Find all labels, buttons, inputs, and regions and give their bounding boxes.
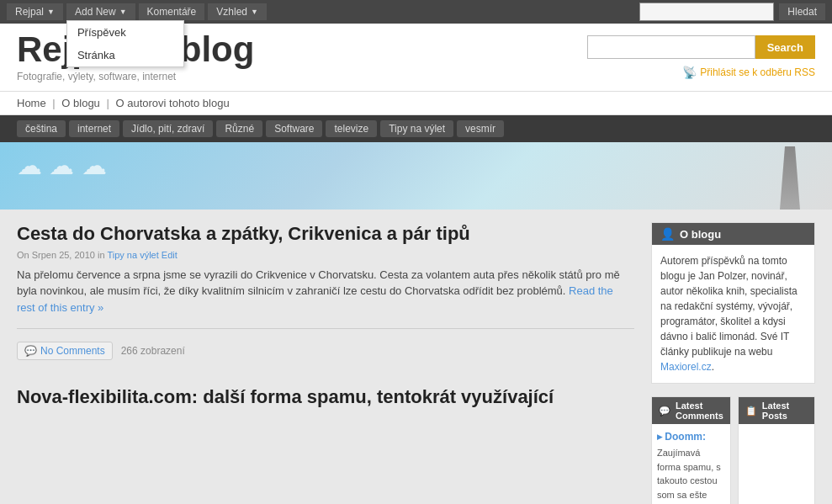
rss-link[interactable]: 📡 Přihlásit se k odběru RSS	[682, 66, 815, 79]
oblogu-widget-title: 👤 O blogu	[652, 223, 814, 245]
add-new-menu-button[interactable]: Add New ▼	[66, 3, 135, 20]
rejpal-menu-button[interactable]: Rejpal ▼	[7, 3, 63, 20]
admin-search-input[interactable]	[639, 3, 774, 21]
post-2: Nova-flexibilita.com: další forma spamu,…	[17, 385, 634, 410]
main-content: Cesta do Chorvatska a zpátky, Crikvenica…	[17, 222, 634, 504]
banner-clouds-decoration: ☁ ☁ ☁	[17, 151, 107, 180]
main-wrapper: Cesta do Chorvatska a zpátky, Crikvenica…	[0, 210, 832, 504]
admin-bar: Rejpal ▼ Add New ▼ Příspěvek Stránka Kom…	[0, 0, 832, 24]
post-1-comments-wrap: 💬 No Comments	[17, 342, 113, 360]
banner-tower-decoration	[765, 146, 815, 210]
post-2-title-link[interactable]: Nova-flexibilita.com: další forma spamu,…	[17, 386, 554, 407]
vzhled-menu-button[interactable]: Vzhled ▼	[208, 3, 267, 20]
post-1-title-link[interactable]: Cesta do Chorvatska a zpátky, Crikvenica…	[17, 223, 470, 244]
site-banner: ☁ ☁ ☁	[0, 142, 832, 210]
admin-search-area: Hledat	[639, 3, 825, 21]
site-subtitle: Fotografie, výlety, software, internet	[17, 71, 254, 82]
search-input[interactable]	[587, 35, 755, 59]
breadcrumb-home[interactable]: Home	[17, 97, 46, 109]
user-icon: 👤	[660, 227, 675, 241]
vzhled-arrow-icon: ▼	[251, 8, 258, 16]
cat-televize[interactable]: televize	[326, 120, 377, 137]
oblogu-title-label: O blogu	[680, 228, 721, 241]
category-bar: čeština internet Jídlo, pití, zdraví Růz…	[0, 115, 832, 142]
latest-comments-body: ▸ Doomm: Zaujímavá forma spamu, s takout…	[652, 424, 730, 504]
comment-author-0[interactable]: ▸ Doomm:	[657, 431, 706, 443]
komentare-menu-button[interactable]: Komentáře	[139, 3, 205, 20]
oblogu-widget: 👤 O blogu Autorem příspěvků na tomto blo…	[651, 222, 815, 384]
header-right: Search 📡 Přihlásit se k odběru RSS	[587, 35, 815, 79]
latest-posts-title: 📋 Latest Posts	[739, 397, 814, 424]
cat-vesmir[interactable]: vesmír	[457, 120, 504, 137]
rss-icon: 📡	[682, 66, 697, 79]
comment-item-0: ▸ Doomm: Zaujímavá forma spamu, s takout…	[657, 429, 725, 504]
add-stranka-link[interactable]: Stránka	[67, 44, 183, 66]
add-new-dropdown: Příspěvek Stránka	[66, 20, 184, 67]
latest-comments-title: 💬 Latest Comments	[652, 397, 730, 424]
admin-search-button[interactable]: Hledat	[779, 3, 825, 20]
cat-cestina[interactable]: čeština	[17, 120, 66, 137]
post-1-divider	[17, 328, 634, 329]
cat-tipy[interactable]: Tipy na výlet	[380, 120, 453, 137]
breadcrumb-sep1: |	[52, 97, 58, 109]
breadcrumb-oblogu[interactable]: O blogu	[61, 97, 100, 109]
post-1-no-comments[interactable]: No Comments	[40, 345, 105, 357]
posts-icon: 📋	[745, 406, 757, 416]
cat-internet[interactable]: internet	[69, 120, 119, 137]
post-1-category-link[interactable]: Tipy na výlet	[107, 250, 158, 260]
search-button[interactable]: Search	[755, 35, 815, 59]
oblogu-body: Autorem příspěvků na tomto blogu je Jan …	[652, 245, 814, 383]
breadcrumb-nav: Home | O blogu | O autorovi tohoto blogu	[0, 92, 832, 115]
latest-comments-widget: 💬 Latest Comments ▸ Doomm: Zaujímavá for…	[651, 396, 731, 504]
sidebar: 👤 O blogu Autorem příspěvků na tomto blo…	[651, 222, 815, 504]
cat-jidlo[interactable]: Jídlo, pití, zdraví	[123, 120, 213, 137]
post-1-footer: 💬 No Comments 266 zobrazení	[17, 342, 634, 360]
post-1-content: Na přelomu července a srpna jsme se vyra…	[17, 267, 634, 316]
rejpal-arrow-icon: ▼	[47, 8, 55, 16]
post-1-meta-text: On Srpen 25, 2010 in	[17, 250, 105, 260]
post-2-title: Nova-flexibilita.com: další forma spamu,…	[17, 385, 634, 410]
search-box: Search	[587, 35, 815, 59]
latest-posts-widget: 📋 Latest Posts	[738, 396, 815, 504]
comment-icon: 💬	[659, 406, 670, 416]
add-prispevek-link[interactable]: Příspěvek	[67, 21, 183, 44]
breadcrumb-sep2: |	[106, 97, 112, 109]
rss-label: Přihlásit se k odběru RSS	[700, 66, 815, 78]
add-new-arrow-icon: ▼	[119, 8, 127, 16]
two-col-widgets: 💬 Latest Comments ▸ Doomm: Zaujímavá for…	[651, 396, 815, 504]
latest-posts-body	[739, 424, 814, 434]
cat-software[interactable]: Software	[266, 120, 322, 137]
breadcrumb-oautorovi[interactable]: O autorovi tohoto blogu	[115, 97, 229, 109]
post-1-views: 266 zobrazení	[121, 345, 185, 357]
post-1-meta: On Srpen 25, 2010 in Tipy na výlet Edit	[17, 250, 634, 260]
post-1: Cesta do Chorvatska a zpátky, Crikvenica…	[17, 222, 634, 360]
maxiorel-link[interactable]: Maxiorel.cz	[660, 361, 712, 373]
post-1-edit-link[interactable]: Edit	[162, 250, 178, 260]
cat-ruzne[interactable]: Různé	[216, 120, 262, 137]
post-1-title: Cesta do Chorvatska a zpátky, Crikvenica…	[17, 222, 634, 247]
comment-bubble-icon: 💬	[24, 345, 37, 357]
